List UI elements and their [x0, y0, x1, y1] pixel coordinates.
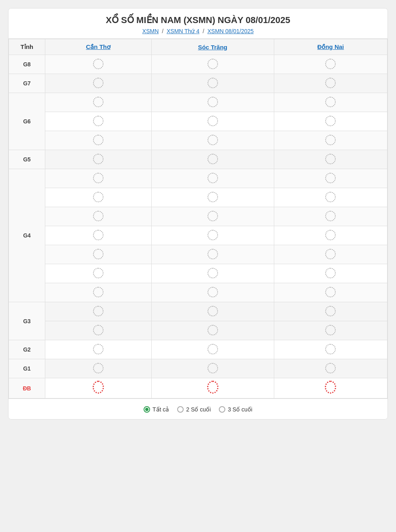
- cell-g4-7-can-tho: [45, 283, 152, 302]
- cell-g4-3-soc-trang: [151, 207, 274, 226]
- cell-db-can-tho: [45, 378, 152, 398]
- loading-spinner: [325, 210, 336, 222]
- cell-g6-2-soc-trang: [151, 112, 274, 131]
- loading-spinner: [207, 134, 218, 146]
- cell-g5-dong-nai: [274, 150, 387, 169]
- cell-g4-6-dong-nai: [274, 264, 387, 283]
- loading-spinner: [207, 343, 218, 355]
- prize-label-g1: G1: [9, 359, 45, 378]
- filter-3so-label: 3 Số cuối: [228, 406, 252, 413]
- loading-spinner: [93, 191, 104, 203]
- prize-label-g5: G5: [9, 150, 45, 169]
- loading-spinner: [207, 286, 218, 298]
- cell-g3-2-can-tho: [45, 321, 152, 340]
- cell-g3-1-dong-nai: [274, 302, 387, 321]
- cell-g4-7-soc-trang: [151, 283, 274, 302]
- loading-spinner-red: [207, 382, 218, 393]
- loading-spinner: [325, 115, 336, 127]
- table-row: G4: [9, 169, 388, 188]
- table-row: ĐB: [9, 378, 388, 398]
- cell-g4-2-dong-nai: [274, 188, 387, 207]
- cell-g8-soc-trang: [151, 55, 274, 74]
- filter-2so-label: 2 Số cuối: [186, 406, 211, 413]
- filter-options: Tất cả 2 Số cuối 3 Số cuối: [144, 406, 252, 413]
- loading-spinner: [93, 229, 104, 241]
- loading-spinner: [207, 58, 218, 70]
- col-header-can-tho[interactable]: Cần Thơ: [45, 39, 152, 55]
- prize-label-g4: G4: [9, 169, 45, 302]
- cell-g6-2-can-tho: [45, 112, 152, 131]
- col-header-soc-trang[interactable]: Sóc Trăng: [151, 39, 274, 55]
- table-row: [9, 207, 388, 226]
- loading-spinner: [93, 267, 104, 279]
- loading-spinner: [207, 96, 218, 108]
- cell-g1-can-tho: [45, 359, 152, 378]
- radio-2so-circle: [177, 406, 184, 413]
- main-container: XỔ SỐ MIỀN NAM (XSMN) NGÀY 08/01/2025 XS…: [8, 8, 388, 420]
- prize-label-g8: G8: [9, 55, 45, 74]
- cell-g4-5-dong-nai: [274, 245, 387, 264]
- loading-spinner: [207, 229, 218, 241]
- nav-date[interactable]: XSMN 08/01/2025: [208, 28, 254, 34]
- cell-g4-6-soc-trang: [151, 264, 274, 283]
- lottery-table: Tỉnh Cần Thơ Sóc Trăng Đồng Nai G8 G7: [8, 39, 388, 398]
- table-row: G7: [9, 74, 388, 93]
- cell-g4-3-can-tho: [45, 207, 152, 226]
- cell-g3-2-dong-nai: [274, 321, 387, 340]
- cell-db-dong-nai: [274, 378, 387, 398]
- prize-label-g3: G3: [9, 302, 45, 340]
- page-title: XỔ SỐ MIỀN NAM (XSMN) NGÀY 08/01/2025: [17, 15, 379, 25]
- loading-spinner: [207, 267, 218, 279]
- loading-spinner: [93, 305, 104, 317]
- prize-label-g6: G6: [9, 93, 45, 150]
- breadcrumb: XSMN / XSMN Thứ 4 / XSMN 08/01/2025: [17, 28, 379, 34]
- nav-thu4[interactable]: XSMN Thứ 4: [167, 28, 199, 34]
- cell-g4-6-can-tho: [45, 264, 152, 283]
- footer: Tất cả 2 Số cuối 3 Số cuối: [8, 398, 388, 419]
- cell-g4-1-can-tho: [45, 169, 152, 188]
- cell-g2-dong-nai: [274, 340, 387, 359]
- cell-g4-4-soc-trang: [151, 226, 274, 245]
- filter-2-so-cuoi[interactable]: 2 Số cuối: [177, 406, 211, 413]
- loading-spinner: [207, 248, 218, 260]
- cell-g6-1-can-tho: [45, 93, 152, 112]
- table-row: [9, 112, 388, 131]
- cell-g2-soc-trang: [151, 340, 274, 359]
- nav-xsmn[interactable]: XSMN: [142, 28, 159, 34]
- cell-db-soc-trang: [151, 378, 274, 398]
- loading-spinner: [207, 305, 218, 317]
- prize-label-db: ĐB: [9, 378, 45, 398]
- table-row: [9, 131, 388, 150]
- loading-spinner: [325, 286, 336, 298]
- cell-g4-5-soc-trang: [151, 245, 274, 264]
- col-header-dong-nai[interactable]: Đồng Nai: [274, 39, 387, 55]
- loading-spinner-red: [325, 382, 336, 393]
- table-row: [9, 321, 388, 340]
- cell-g5-can-tho: [45, 150, 152, 169]
- loading-spinner: [93, 96, 104, 108]
- loading-spinner: [93, 153, 104, 165]
- loading-spinner: [325, 324, 336, 336]
- cell-g6-1-soc-trang: [151, 93, 274, 112]
- table-row: [9, 245, 388, 264]
- loading-spinner: [93, 134, 104, 146]
- cell-g7-dong-nai: [274, 74, 387, 93]
- cell-g3-1-soc-trang: [151, 302, 274, 321]
- filter-all[interactable]: Tất cả: [144, 406, 169, 413]
- loading-spinner: [93, 343, 104, 355]
- cell-g2-can-tho: [45, 340, 152, 359]
- radio-all-circle: [144, 406, 150, 413]
- cell-g3-1-can-tho: [45, 302, 152, 321]
- cell-g4-4-can-tho: [45, 226, 152, 245]
- prize-label-g2: G2: [9, 340, 45, 359]
- cell-g6-3-soc-trang: [151, 131, 274, 150]
- loading-spinner: [207, 153, 218, 165]
- table-row: G2: [9, 340, 388, 359]
- filter-3-so-cuoi[interactable]: 3 Số cuối: [219, 406, 252, 413]
- loading-spinner: [93, 172, 104, 184]
- cell-g8-dong-nai: [274, 55, 387, 74]
- cell-g7-can-tho: [45, 74, 152, 93]
- cell-g4-1-soc-trang: [151, 169, 274, 188]
- cell-g4-3-dong-nai: [274, 207, 387, 226]
- loading-spinner: [207, 362, 218, 374]
